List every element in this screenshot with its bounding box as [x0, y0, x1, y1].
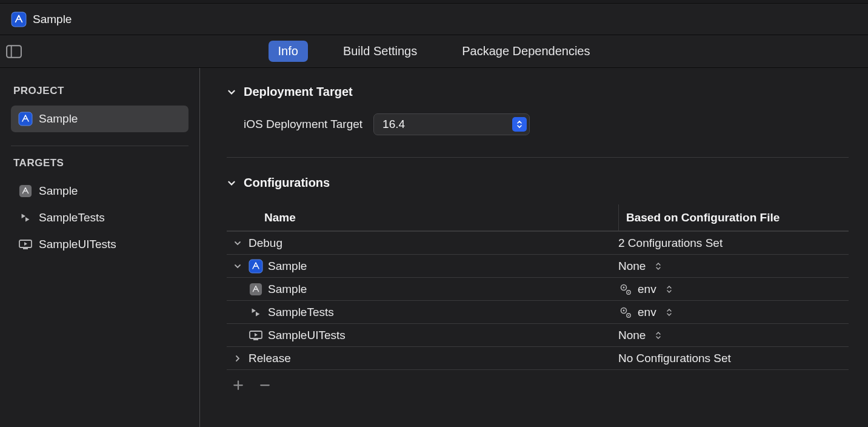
- sidebar-item-label: Sample: [39, 112, 78, 126]
- config-based-cell[interactable]: None: [618, 260, 849, 273]
- config-based-cell: 2 Configurations Set: [618, 237, 849, 250]
- project-icon: [18, 112, 33, 126]
- sidebar-item-label: SampleUITests: [39, 238, 116, 251]
- tab-info[interactable]: Info: [269, 41, 308, 62]
- project-title: Sample: [33, 13, 72, 26]
- config-name-cell: Sample: [227, 282, 618, 297]
- gears-icon: [618, 305, 633, 320]
- editor-content: Deployment Target iOS Deployment Target …: [200, 68, 868, 427]
- tab-package-dependencies[interactable]: Package Dependencies: [452, 41, 599, 62]
- svg-marker-24: [255, 333, 258, 337]
- section-divider: [227, 157, 849, 158]
- config-based-cell[interactable]: env: [618, 282, 849, 297]
- config-based-value: None: [618, 260, 646, 273]
- svg-point-13: [623, 286, 625, 288]
- app-blue-icon: [249, 259, 263, 274]
- sidebar-heading-project: PROJECT: [13, 85, 189, 97]
- config-name-cell: Debug: [227, 237, 618, 250]
- svg-marker-9: [24, 242, 27, 246]
- config-name-cell: SampleUITests: [227, 328, 618, 343]
- config-table-header: Name Based on Configuration File: [227, 204, 849, 231]
- sidebar-divider: [11, 146, 189, 146]
- config-based-cell[interactable]: env: [618, 305, 849, 320]
- column-name: Name: [227, 211, 618, 224]
- config-based-value: env: [638, 283, 656, 296]
- sidebar-target-sampletests[interactable]: SampleTests: [11, 204, 189, 231]
- disclosure-right-icon[interactable]: [232, 354, 244, 363]
- config-row-label: SampleUITests: [268, 329, 346, 342]
- titlebar: Sample: [0, 4, 868, 35]
- uitests-icon: [18, 237, 33, 252]
- config-footer-buttons: [227, 370, 849, 392]
- editor-tabbar: Info Build Settings Package Dependencies: [0, 35, 868, 68]
- sidebar-target-sampleuitests[interactable]: SampleUITests: [11, 231, 189, 258]
- toggle-sidebar-button[interactable]: [6, 44, 22, 59]
- config-row-label: Sample: [268, 283, 307, 296]
- combo-stepper-icon: [512, 117, 527, 132]
- section-header-configurations[interactable]: Configurations: [227, 176, 849, 190]
- stepper-icon[interactable]: [665, 308, 673, 317]
- tabs: Info Build Settings Package Dependencies: [0, 35, 868, 67]
- config-row-label: Debug: [249, 237, 282, 250]
- config-based-value: env: [638, 306, 656, 319]
- deployment-target-label: iOS Deployment Target: [244, 118, 362, 131]
- section-title: Deployment Target: [244, 85, 353, 99]
- config-row-label: Release: [249, 352, 291, 365]
- config-based-value: No Configurations Set: [618, 352, 731, 365]
- config-based-value: None: [618, 329, 646, 342]
- config-row[interactable]: SampleNone: [227, 255, 849, 278]
- svg-rect-1: [7, 45, 21, 58]
- config-table: Debug2 Configurations SetSampleNoneSampl…: [227, 231, 849, 370]
- config-row[interactable]: Sampleenv: [227, 278, 849, 301]
- sidebar-item-label: SampleTests: [39, 211, 105, 224]
- config-name-cell: SampleTests: [227, 305, 618, 320]
- add-configuration-button[interactable]: [232, 378, 245, 392]
- disclosure-down-icon[interactable]: [232, 239, 244, 247]
- deployment-target-value: 16.4: [382, 118, 405, 131]
- config-row-label: Sample: [268, 260, 307, 273]
- config-name-cell: Release: [227, 352, 618, 365]
- uitests-icon: [249, 328, 263, 343]
- svg-point-21: [628, 315, 629, 316]
- svg-point-15: [628, 292, 629, 293]
- project-targets-sidebar: PROJECT Sample TARGETS Sample SampleTest…: [0, 68, 200, 427]
- sidebar-item-label: Sample: [39, 184, 78, 198]
- sidebar-heading-targets: TARGETS: [13, 157, 189, 169]
- column-based-on: Based on Configuration File: [618, 204, 849, 230]
- app-icon: [18, 184, 33, 198]
- project-icon: [11, 12, 27, 27]
- chevron-down-icon: [227, 87, 236, 97]
- sidebar-target-sample[interactable]: Sample: [11, 178, 189, 204]
- section-deployment-target: Deployment Target iOS Deployment Target …: [227, 85, 849, 158]
- svg-marker-17: [256, 312, 259, 316]
- deployment-target-row: iOS Deployment Target 16.4: [227, 113, 849, 135]
- stepper-icon[interactable]: [654, 331, 663, 340]
- config-row-label: SampleTests: [268, 306, 334, 319]
- svg-rect-8: [23, 248, 28, 249]
- svg-rect-23: [253, 339, 258, 340]
- tests-icon: [18, 210, 33, 225]
- config-row[interactable]: Debug2 Configurations Set: [227, 232, 849, 255]
- tab-build-settings[interactable]: Build Settings: [333, 41, 427, 62]
- section-title: Configurations: [244, 176, 330, 190]
- config-based-cell[interactable]: None: [618, 329, 849, 342]
- stepper-icon[interactable]: [654, 262, 663, 271]
- config-based-cell: No Configurations Set: [618, 352, 849, 365]
- tests-icon: [249, 305, 263, 320]
- remove-configuration-button[interactable]: [258, 378, 272, 392]
- config-row[interactable]: ReleaseNo Configurations Set: [227, 347, 849, 370]
- config-based-value: 2 Configurations Set: [618, 237, 723, 250]
- svg-point-19: [623, 309, 625, 311]
- section-header-deployment[interactable]: Deployment Target: [227, 85, 849, 99]
- svg-marker-16: [252, 308, 256, 312]
- app-icon: [249, 282, 263, 297]
- gears-icon: [618, 282, 633, 297]
- disclosure-down-icon[interactable]: [232, 262, 244, 271]
- section-configurations: Configurations Name Based on Configurati…: [227, 176, 849, 392]
- config-row[interactable]: SampleUITestsNone: [227, 324, 849, 347]
- sidebar-project-item[interactable]: Sample: [11, 106, 189, 132]
- stepper-icon[interactable]: [665, 285, 673, 294]
- chevron-down-icon: [227, 178, 236, 188]
- config-row[interactable]: SampleTestsenv: [227, 301, 849, 324]
- deployment-target-combo[interactable]: 16.4: [373, 113, 530, 135]
